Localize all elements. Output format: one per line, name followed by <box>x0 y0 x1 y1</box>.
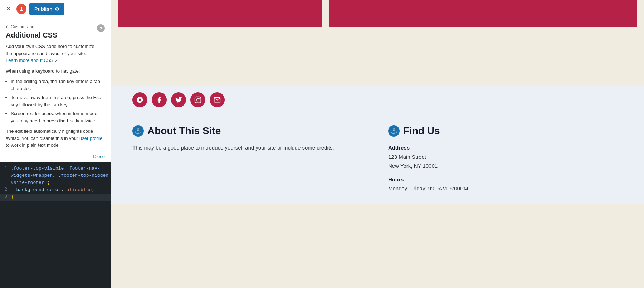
instagram-icon[interactable] <box>190 92 205 107</box>
code-line-2: 2 background-color: aliceblue; <box>0 187 111 194</box>
top-bar: × 1 Publish ⚙ <box>0 0 111 18</box>
findus-title: Find Us <box>403 125 440 137</box>
keyboard-tip-2: To move away from this area, press the E… <box>11 94 105 108</box>
banner-right <box>329 0 637 27</box>
preview-top-banners <box>111 0 644 27</box>
hours-line1: Monday–Friday: 9:00AM–5:00PM <box>388 185 468 191</box>
svg-rect-0 <box>195 97 201 103</box>
findus-body: Address 123 Main Street New York, NY 100… <box>388 143 623 193</box>
close-button[interactable]: × <box>4 4 14 14</box>
footer-columns: ⚓ About This Site This may be a good pla… <box>111 114 644 204</box>
customizing-label: Customizing <box>11 24 34 29</box>
site-preview: ⚓ About This Site This may be a good pla… <box>111 0 644 288</box>
facebook-icon[interactable] <box>152 92 167 107</box>
user-profile-link[interactable]: user profile <box>79 136 102 141</box>
desc-line1: Add your own CSS code here to customize <box>6 44 94 49</box>
syntax-text3: to work in plain text mode. <box>6 142 60 148</box>
publish-button[interactable]: Publish ⚙ <box>29 3 64 15</box>
customizer-panel: × 1 Publish ⚙ ‹ Customizing Additional C… <box>0 0 111 288</box>
keyboard-tip-3: Screen reader users: when in forms mode,… <box>11 110 105 124</box>
address-label: Address <box>388 143 623 152</box>
page-title: Additional CSS <box>6 31 57 39</box>
gear-icon: ⚙ <box>55 6 59 12</box>
preview-beige-section <box>111 27 644 86</box>
publish-label: Publish <box>34 6 53 12</box>
findus-anchor-icon: ⚓ <box>388 125 400 137</box>
code-line-3: 3 } <box>0 194 111 201</box>
about-col: ⚓ About This Site This may be a good pla… <box>132 125 367 193</box>
about-body: This may be a good place to introduce yo… <box>132 143 367 152</box>
svg-point-2 <box>199 98 200 99</box>
hours-label: Hours <box>388 175 623 184</box>
desc-line2: the appearance and layout of your site. <box>6 51 86 56</box>
about-title: About This Site <box>147 125 221 137</box>
social-icons-row <box>111 86 644 114</box>
code-line-1: 1 .footer-top-visible .footer-nav- <box>0 165 111 172</box>
help-icon[interactable]: ? <box>97 24 105 32</box>
description-area: Add your own CSS code here to customize … <box>0 43 111 152</box>
banner-left <box>118 0 322 27</box>
keyboard-tip-1: In the editing area, the Tab key enters … <box>11 78 105 92</box>
keyboard-tips-list: In the editing area, the Tab key enters … <box>11 78 105 124</box>
svg-point-1 <box>197 99 199 101</box>
keyboard-heading: When using a keyboard to navigate: <box>6 68 105 75</box>
yelp-icon[interactable] <box>132 92 147 107</box>
css-code-editor[interactable]: 1 .footer-top-visible .footer-nav- widge… <box>0 162 111 288</box>
close-link[interactable]: Close <box>0 152 111 162</box>
learn-css-link[interactable]: Learn more about CSS <box>6 58 53 63</box>
about-anchor-icon: ⚓ <box>132 125 144 137</box>
twitter-icon[interactable] <box>171 92 186 107</box>
back-arrow-icon[interactable]: ‹ <box>6 23 8 30</box>
address-line2: New York, NY 10001 <box>388 163 438 169</box>
address-line1: 123 Main Street <box>388 154 426 160</box>
code-line-1b: widgets-wrapper, .footer-top-hidden <box>0 172 111 180</box>
syntax-text2: syntax. You can disable this in your <box>6 136 79 141</box>
subheader: ‹ Customizing Additional CSS ? <box>0 18 111 43</box>
email-icon[interactable] <box>210 92 225 107</box>
change-count-badge[interactable]: 1 <box>16 4 26 14</box>
findus-col: ⚓ Find Us Address 123 Main Street New Yo… <box>388 125 623 193</box>
code-line-1c: #site-footer { <box>0 180 111 187</box>
syntax-text1: The edit field automatically highlights … <box>6 128 93 134</box>
